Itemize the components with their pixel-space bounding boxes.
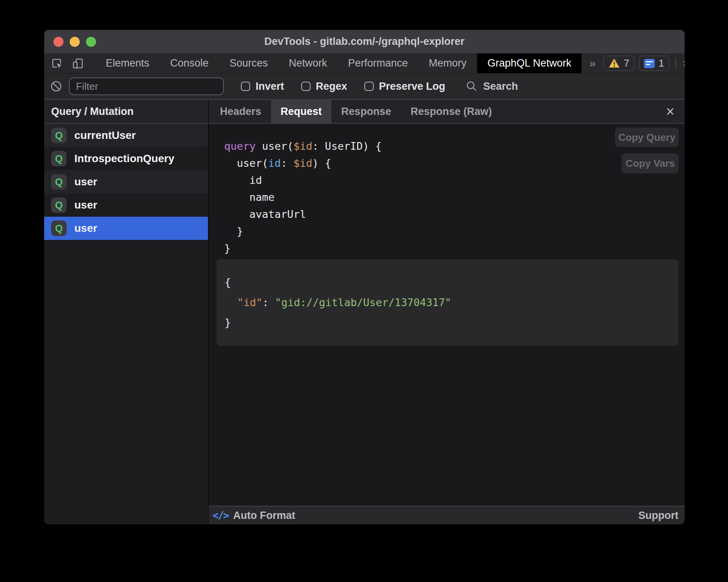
code-token-plain: user( <box>256 140 294 152</box>
code-line: "id": "gid://gitlab/User/13704317" <box>225 293 671 313</box>
devtools-tab-console[interactable]: Console <box>160 53 219 73</box>
main-split: Query / Mutation QcurrentUserQIntrospect… <box>44 100 685 524</box>
query-list: QcurrentUserQIntrospectionQueryQuserQuse… <box>44 124 208 240</box>
code-line: } <box>224 223 685 240</box>
settings-gear-icon[interactable] <box>682 57 685 70</box>
message-icon <box>644 59 655 68</box>
code-token-plain: user( <box>224 157 268 169</box>
devtools-toolbar: ElementsConsoleSourcesNetworkPerformance… <box>44 53 685 74</box>
query-sidebar: Query / Mutation QcurrentUserQIntrospect… <box>44 100 208 524</box>
toolbar-right-cluster: 7 1 <box>603 53 685 73</box>
support-link[interactable]: Support <box>639 510 678 522</box>
code-line: avatarUrl <box>224 206 685 223</box>
checkbox-regex[interactable]: Regex <box>301 80 347 92</box>
devtools-tab-performance[interactable]: Performance <box>338 53 419 73</box>
toolbar-left-icons <box>44 53 84 73</box>
request-content: query user($id: UserID) { user(id: $id) … <box>209 124 685 506</box>
query-list-item-currentuser-0[interactable]: QcurrentUser <box>44 124 208 147</box>
code-token-variable: $id <box>294 157 312 169</box>
copy-vars-button[interactable]: Copy Vars <box>622 153 679 173</box>
code-line: } <box>224 240 685 257</box>
warning-count: 7 <box>624 58 629 69</box>
query-name-label: user <box>74 199 97 211</box>
warning-triangle-icon <box>608 58 620 68</box>
detail-pane: HeadersRequestResponseResponse (Raw)× qu… <box>209 100 685 524</box>
regex-checkbox-box[interactable] <box>301 82 311 91</box>
detail-tab-request[interactable]: Request <box>271 100 332 123</box>
code-token-plain: name <box>224 191 275 203</box>
query-list-item-user-2[interactable]: Quser <box>44 170 208 193</box>
checkbox-preserve-log[interactable]: Preserve Log <box>364 80 445 92</box>
query-type-badge: Q <box>51 221 67 236</box>
query-name-label: user <box>74 222 97 235</box>
auto-format-label: Auto Format <box>233 510 295 522</box>
issues-badge[interactable]: 1 <box>639 56 669 71</box>
code-line: id <box>224 172 685 189</box>
detail-tab-response-raw[interactable]: Response (Raw) <box>401 100 501 123</box>
code-token-plain: { <box>225 276 231 288</box>
filter-bar: Invert Regex Preserve Log Search <box>44 74 685 100</box>
code-brackets-icon: </> <box>213 510 228 521</box>
devtools-window: DevTools - gitlab.com/-/graphql-explorer… <box>44 30 685 524</box>
query-list-item-user-3[interactable]: Quser <box>44 193 208 217</box>
detail-tab-strip: HeadersRequestResponseResponse (Raw)× <box>209 100 685 124</box>
search-icon <box>465 80 478 92</box>
code-line: name <box>224 189 685 206</box>
issue-count: 1 <box>659 58 664 69</box>
code-token-key: "id" <box>237 296 263 308</box>
code-line: { <box>225 272 671 293</box>
devtools-tab-memory[interactable]: Memory <box>418 53 477 73</box>
code-token-plain: } <box>225 317 231 329</box>
preserve-log-checkbox-box[interactable] <box>364 82 374 91</box>
code-token-plain: } <box>224 242 230 254</box>
code-token-plain <box>225 296 237 308</box>
toolbar-divider-2 <box>675 58 676 69</box>
code-token-plain: id <box>224 174 262 186</box>
query-list-item-user-4[interactable]: Quser <box>44 217 208 240</box>
auto-format-control[interactable]: </> Auto Format <box>213 510 295 522</box>
warnings-badge[interactable]: 7 <box>603 56 634 71</box>
code-token-keyword: query <box>224 140 256 152</box>
title-bar: DevTools - gitlab.com/-/graphql-explorer <box>44 30 685 53</box>
variables-box: { "id": "gid://gitlab/User/13704317"} <box>216 259 678 346</box>
query-type-badge: Q <box>51 128 67 143</box>
sidebar-header: Query / Mutation <box>44 100 208 124</box>
detail-footer: </> Auto Format Support <box>209 506 685 524</box>
devtools-tab-strip: ElementsConsoleSourcesNetworkPerformance… <box>95 53 582 73</box>
query-name-label: currentUser <box>74 129 136 142</box>
code-token-variable: $id <box>294 140 312 152</box>
filter-input[interactable] <box>69 77 224 95</box>
code-token-plain: : UserID) { <box>312 140 382 152</box>
devtools-tab-elements[interactable]: Elements <box>95 53 160 73</box>
code-token-plain: } <box>224 225 243 237</box>
code-token-string: "gid://gitlab/User/13704317" <box>275 296 451 308</box>
block-clear-icon[interactable] <box>50 80 63 93</box>
query-name-label: user <box>74 176 97 188</box>
checkbox-invert[interactable]: Invert <box>241 80 284 92</box>
query-type-badge: Q <box>51 151 67 166</box>
query-type-badge: Q <box>51 174 67 190</box>
copy-query-button[interactable]: Copy Query <box>615 128 679 147</box>
invert-checkbox-box[interactable] <box>241 82 250 91</box>
graphql-query-code: query user($id: UserID) { user(id: $id) … <box>224 138 685 257</box>
more-tabs-chevron[interactable]: » <box>582 53 603 73</box>
inspect-element-icon[interactable] <box>50 57 64 70</box>
query-list-item-introspectionquery-1[interactable]: QIntrospectionQuery <box>44 147 208 170</box>
devtools-tab-sources[interactable]: Sources <box>219 53 278 73</box>
devtools-tab-network[interactable]: Network <box>278 53 338 73</box>
close-detail-icon[interactable]: × <box>661 100 679 123</box>
detail-tab-headers[interactable]: Headers <box>210 100 271 123</box>
code-token-attr: id <box>268 157 281 169</box>
search-label: Search <box>483 80 518 92</box>
code-line: user(id: $id) { <box>224 155 685 172</box>
code-token-plain: : <box>263 296 275 308</box>
detail-tab-response[interactable]: Response <box>331 100 401 123</box>
device-toolbar-icon[interactable] <box>71 57 84 70</box>
devtools-tab-graphql-network[interactable]: GraphQL Network <box>477 53 582 73</box>
invert-label: Invert <box>256 80 284 92</box>
search-control[interactable]: Search <box>465 80 518 92</box>
preserve-log-label: Preserve Log <box>379 80 445 92</box>
code-line: } <box>225 313 671 333</box>
code-token-plain: avatarUrl <box>224 208 306 220</box>
query-type-badge: Q <box>51 197 67 213</box>
